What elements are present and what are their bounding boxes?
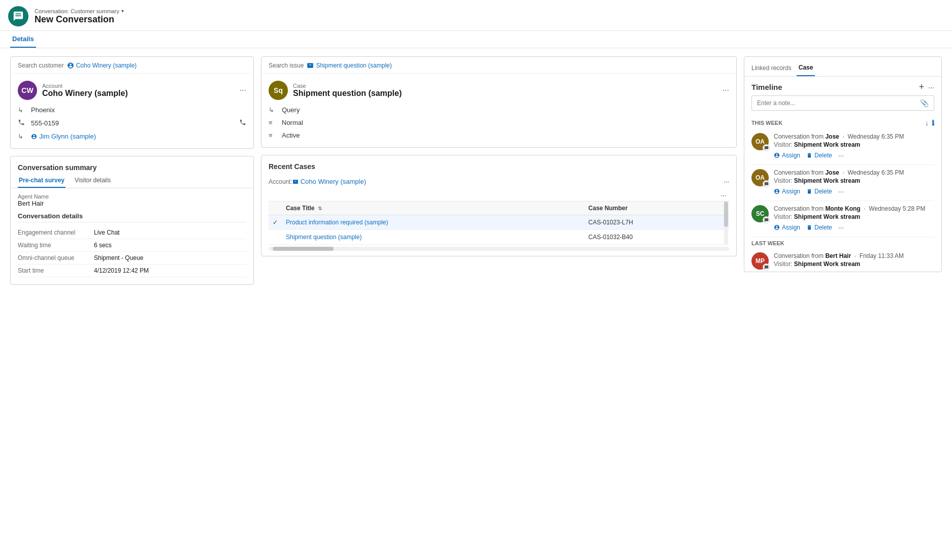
phone-icon: [18, 119, 27, 127]
linked-records-label: Linked records: [751, 64, 792, 72]
note-input-row: 📎: [751, 95, 934, 111]
case-search-row: Search issue Shipment question (sample): [261, 57, 736, 74]
header-text: Conversation: Customer summary ▾ New Con…: [35, 8, 124, 25]
customer-search-link[interactable]: Coho Winery (sample): [67, 62, 137, 69]
agent-name-value: Bert Hair: [18, 200, 246, 207]
tl-more-icon[interactable]: ···: [838, 187, 844, 195]
check-col-header: [269, 202, 282, 215]
delete-button[interactable]: Delete: [806, 152, 832, 159]
sort-down-icon[interactable]: ↓: [925, 119, 929, 127]
customer-phone-row: 555-0159: [18, 118, 246, 128]
avatar-badge: [763, 180, 770, 187]
customer-header: CW Account Coho Winery (sample) ···: [18, 81, 246, 100]
customer-avatar: CW: [18, 81, 37, 100]
table-row[interactable]: Shipment question (sample) CAS-01032-B40: [269, 230, 729, 245]
case-title-col-header[interactable]: Case Title ⇅: [282, 202, 584, 215]
note-input[interactable]: [757, 100, 920, 107]
week-actions: ↓ ℹ: [925, 119, 934, 127]
timeline-header-actions: + ···: [919, 82, 934, 92]
this-week-label: THIS WEEK ↓ ℹ: [744, 116, 941, 129]
table-header-row: Case Title ⇅ Case Number: [269, 202, 729, 215]
right-panel: Linked records Case Timeline + ··· 📎 THI…: [744, 56, 942, 272]
start-time-row: Start time 4/12/2019 12:42 PM: [18, 265, 246, 277]
case-link-text: Shipment question (sample): [316, 62, 391, 69]
contact-name: Jim Glynn (sample): [39, 133, 96, 140]
cases-table: Case Title ⇅ Case Number ✓ Product infor…: [269, 202, 729, 245]
assign-button[interactable]: Assign: [774, 188, 800, 195]
account-link[interactable]: Coho Winery (sample): [292, 178, 366, 185]
customer-city-row: ↳ Phoenix: [18, 105, 246, 115]
assign-button[interactable]: Assign: [774, 152, 800, 159]
info-icon[interactable]: ℹ: [932, 119, 934, 127]
queue-label: Omni-channel queue: [18, 254, 94, 261]
tl-header: Conversation from Monte Kong · Wednesday…: [774, 205, 934, 212]
linked-records-row: Linked records Case: [744, 57, 941, 77]
row-check: ✓: [269, 215, 282, 230]
page-title: New Conversation: [35, 14, 124, 25]
case-details: ↳ Query ≡ Normal ≡ Active: [269, 105, 729, 140]
customer-entity-card: CW Account Coho Winery (sample) ··· ↳ Ph…: [11, 74, 253, 148]
timeline-avatar: SC: [751, 205, 769, 222]
assign-button[interactable]: Assign: [774, 224, 800, 231]
customer-type-label: Account: [42, 83, 240, 89]
linked-tab-case[interactable]: Case: [797, 60, 815, 76]
delete-button[interactable]: Delete: [806, 188, 832, 195]
toolbar-more-icon[interactable]: ···: [720, 191, 726, 199]
tl-actions: Assign Delete ···: [774, 150, 934, 162]
timeline-title: Timeline: [751, 83, 782, 91]
timeline-more-button[interactable]: ···: [928, 83, 934, 91]
cases-more-icon[interactable]: ···: [724, 178, 729, 185]
case-more-icon[interactable]: ···: [723, 86, 729, 95]
case-type-row: ↳ Query: [269, 105, 729, 115]
engagement-channel-row: Engagement channel Live Chat: [18, 226, 246, 239]
case-status-row: ≡ Active: [269, 130, 729, 140]
summary-title: Conversation summary: [11, 156, 253, 174]
tl-header: Conversation from Jose · Wednesday 6:35 …: [774, 169, 934, 176]
tl-more-icon[interactable]: ···: [838, 223, 844, 232]
customer-more-icon[interactable]: ···: [240, 86, 246, 95]
recent-cases-card: Recent Cases Account: Coho Winery (sampl…: [261, 155, 737, 256]
app-header: Conversation: Customer summary ▾ New Con…: [0, 0, 952, 31]
attachment-icon[interactable]: 📎: [920, 99, 929, 107]
timeline-add-button[interactable]: +: [919, 82, 925, 92]
delete-button[interactable]: Delete: [806, 224, 832, 231]
engagement-value: Live Chat: [94, 229, 120, 236]
left-column: Search customer Coho Winery (sample) CW …: [10, 56, 254, 285]
customer-contact-link[interactable]: Jim Glynn (sample): [31, 133, 96, 140]
customer-meta: Account Coho Winery (sample): [42, 83, 240, 98]
summary-body: Agent Name Bert Hair Conversation detail…: [11, 193, 253, 284]
main-content: Search customer Coho Winery (sample) CW …: [0, 56, 952, 295]
tl-more-icon[interactable]: ···: [838, 151, 844, 159]
row-case-number: CAS-01023-L7H: [584, 215, 729, 230]
tab-visitor-details[interactable]: Visitor details: [74, 174, 112, 188]
timeline-content: Conversation from Jose · Wednesday 6:35 …: [774, 133, 934, 162]
customer-contact-row: ↳ Jim Glynn (sample): [18, 131, 246, 141]
timeline-content: Conversation from Monte Kong · Wednesday…: [774, 205, 934, 235]
account-label-text: Account:: [269, 178, 292, 185]
table-row[interactable]: ✓ Product information required (sample) …: [269, 215, 729, 230]
tab-pre-chat-survey[interactable]: Pre-chat survey: [18, 174, 65, 188]
case-avatar: Sq: [269, 81, 288, 100]
case-search-link[interactable]: Shipment question (sample): [307, 62, 391, 69]
row-case-title[interactable]: Shipment question (sample): [282, 230, 584, 245]
cases-table-container: Case Title ⇅ Case Number ✓ Product infor…: [269, 202, 729, 245]
waiting-label: Waiting time: [18, 242, 94, 249]
phone-call-icon[interactable]: [239, 119, 246, 127]
timeline-item: MP Conversation from Bert Hair · Friday …: [744, 248, 941, 272]
tl-header: Conversation from Bert Hair · Friday 11:…: [774, 252, 934, 259]
case-priority-row: ≡ Normal: [269, 118, 729, 127]
phone-value-row: 555-0159: [31, 119, 246, 127]
timeline-item: OA Conversation from Jose · Wednesday 6:…: [744, 129, 941, 164]
tab-details[interactable]: Details: [10, 31, 36, 48]
chevron-down-icon[interactable]: ▾: [121, 8, 124, 14]
tl-header: Conversation from Jose · Wednesday 6:35 …: [774, 133, 934, 140]
customer-city: Phoenix: [31, 106, 55, 114]
start-label: Start time: [18, 267, 94, 274]
timeline-avatar: OA: [751, 169, 769, 186]
avatar-badge: [763, 263, 770, 271]
avatar-badge: [763, 216, 770, 223]
center-column: Search issue Shipment question (sample) …: [261, 56, 737, 256]
account-link-text: Coho Winery (sample): [301, 178, 366, 185]
location-icon: ↳: [18, 106, 27, 114]
row-case-title[interactable]: Product information required (sample): [282, 215, 584, 230]
